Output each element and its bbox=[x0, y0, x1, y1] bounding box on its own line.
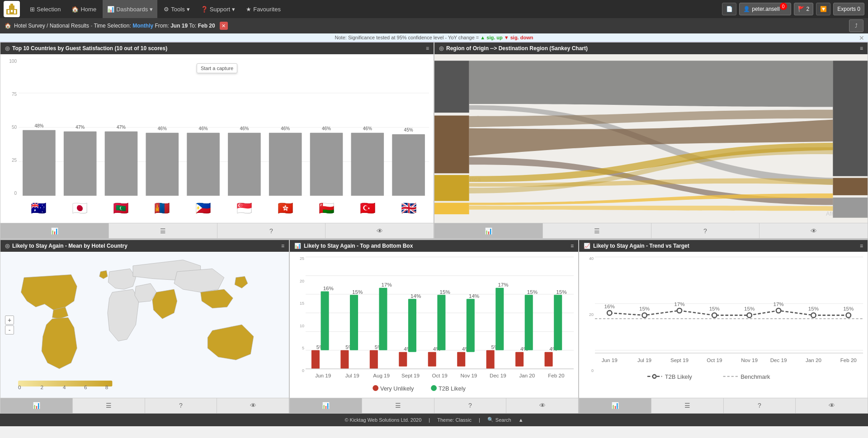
footer-eye-btn[interactable]: 👁 bbox=[326, 223, 434, 238]
tbb-footer-table-btn[interactable]: ☰ bbox=[362, 398, 434, 413]
bar-chart-svg: 48% 47% 47% 46% 46% 46% 46% bbox=[19, 59, 429, 196]
panel-trend-title: Likely to Stay Again - Trend vs Target bbox=[593, 243, 689, 249]
panel-menu-icon[interactable]: ≡ bbox=[426, 45, 429, 52]
bottom-panels-row: ◎ Likely to Stay Again - Mean by Hotel C… bbox=[0, 239, 868, 413]
panel-trend-menu[interactable]: ≡ bbox=[860, 243, 863, 249]
svg-point-116 bbox=[811, 313, 816, 318]
map-footer-chart-btn[interactable]: 📊 bbox=[0, 398, 73, 413]
map-footer-table-btn[interactable]: ☰ bbox=[73, 398, 145, 413]
panel-sankey-menu[interactable]: ≡ bbox=[860, 45, 863, 52]
footer-table-btn[interactable]: ☰ bbox=[109, 223, 217, 238]
filter-icon-btn[interactable]: 🔽 bbox=[816, 3, 830, 15]
capture-tooltip[interactable]: Start a capture bbox=[197, 63, 237, 73]
tbb-y-axis: 0 5 10 15 20 25 bbox=[292, 256, 304, 372]
breadcrumb-close-button[interactable]: ✕ bbox=[220, 22, 228, 30]
svg-point-113 bbox=[712, 313, 717, 318]
svg-text:16%: 16% bbox=[604, 303, 615, 309]
panel-tbb-header: 📊 Likely to Stay Again - Top and Bottom … bbox=[290, 240, 578, 252]
svg-text:16%: 16% bbox=[323, 285, 334, 291]
tbb-footer-eye-btn[interactable]: 👁 bbox=[506, 398, 578, 413]
nav-dashboards[interactable]: 📊 Dashboards ▾ bbox=[103, 0, 157, 18]
svg-rect-42 bbox=[833, 61, 868, 176]
sig-down-indicator: ▼ sig. down bbox=[504, 35, 533, 40]
chevron-down-icon: ▾ bbox=[232, 6, 235, 13]
nav-tools[interactable]: ⚙ Tools ▾ bbox=[159, 0, 194, 18]
map-footer-info-btn[interactable]: ? bbox=[145, 398, 217, 413]
svg-rect-74 bbox=[428, 352, 436, 367]
top-panels-row: ◎ Top 10 Countries by Guest Satisfaction… bbox=[0, 42, 868, 239]
document-icon-btn[interactable]: 📄 bbox=[722, 3, 736, 15]
footer-info-btn[interactable]: ? bbox=[217, 223, 326, 238]
user-button[interactable]: 👤 peter.ansell 0 bbox=[739, 3, 791, 15]
trend-footer-table-btn[interactable]: ☰ bbox=[651, 398, 724, 413]
svg-rect-62 bbox=[340, 350, 349, 369]
flag-mv: 🇲🇻 bbox=[101, 201, 141, 216]
sig-bar-close[interactable]: ✕ bbox=[859, 34, 864, 42]
svg-text:Jun 19: Jun 19 bbox=[602, 357, 618, 363]
svg-rect-4 bbox=[14, 10, 16, 14]
trend-footer-chart-btn[interactable]: 📊 bbox=[579, 398, 651, 413]
tbb-footer-chart-btn[interactable]: 📊 bbox=[290, 398, 362, 413]
chevron-down-icon: ▾ bbox=[187, 6, 190, 13]
panel-sankey-title: Region of Origin --> Destination Region … bbox=[446, 45, 588, 52]
chevron-up-icon[interactable]: ▲ bbox=[519, 417, 524, 423]
flag-sg: 🇸🇬 bbox=[224, 201, 264, 216]
panel-sankey: ◎ Region of Origin --> Destination Regio… bbox=[434, 42, 868, 239]
nav-favourites[interactable]: ★ Favourites bbox=[241, 0, 285, 18]
svg-text:15%: 15% bbox=[527, 289, 538, 295]
sankey-footer-table-btn[interactable]: ☰ bbox=[543, 223, 651, 238]
nav-support[interactable]: ❓ Support ▾ bbox=[196, 0, 240, 18]
svg-text:47%: 47% bbox=[75, 125, 85, 130]
panel-trend: 📈 Likely to Stay Again - Trend vs Target… bbox=[579, 240, 868, 413]
zoom-out-button[interactable]: - bbox=[5, 325, 14, 334]
map-footer-eye-btn[interactable]: 👁 bbox=[217, 398, 289, 413]
svg-text:T2B Likely: T2B Likely bbox=[665, 373, 693, 380]
panel-tbb-menu[interactable]: ≡ bbox=[571, 243, 574, 249]
panel-map-title: Likely to Stay Again - Mean by Hotel Cou… bbox=[12, 243, 127, 249]
svg-text:15%: 15% bbox=[639, 306, 650, 312]
panel-trend-footer: 📊 ☰ ? 👁 bbox=[579, 398, 868, 413]
panel-top-countries-header: ◎ Top 10 Countries by Guest Satisfaction… bbox=[0, 42, 434, 54]
footer-barchart-btn[interactable]: 📊 bbox=[0, 223, 109, 238]
svg-text:17%: 17% bbox=[773, 301, 783, 307]
sankey-footer-eye-btn[interactable]: 👁 bbox=[760, 223, 868, 238]
trend-icon: 📈 bbox=[584, 243, 590, 249]
nav-selection[interactable]: ⊞ Selection bbox=[25, 0, 65, 18]
svg-text:15%: 15% bbox=[352, 289, 363, 295]
svg-rect-58 bbox=[311, 350, 320, 369]
svg-text:15%: 15% bbox=[808, 306, 819, 312]
svg-text:46%: 46% bbox=[158, 126, 167, 131]
tbb-footer-info-btn[interactable]: ? bbox=[434, 398, 507, 413]
svg-point-114 bbox=[747, 313, 751, 318]
dashboards-icon: 📊 bbox=[107, 6, 114, 13]
svg-text:17%: 17% bbox=[498, 282, 508, 288]
exports-button[interactable]: Exports 0 bbox=[833, 3, 864, 15]
svg-text:15%: 15% bbox=[556, 289, 566, 295]
panel-top-countries-title: Top 10 Countries by Guest Satisfaction (… bbox=[12, 45, 167, 52]
svg-rect-39 bbox=[434, 116, 469, 174]
flag-button[interactable]: 🚩 2 bbox=[794, 3, 814, 15]
svg-text:2: 2 bbox=[41, 385, 44, 391]
zoom-in-button[interactable]: + bbox=[5, 316, 14, 325]
search-button[interactable]: 🔍 Search bbox=[487, 417, 511, 423]
nav-home[interactable]: 🏠 Home bbox=[67, 0, 101, 18]
panel-map-header: ◎ Likely to Stay Again - Mean by Hotel C… bbox=[0, 240, 289, 252]
svg-rect-5 bbox=[11, 10, 13, 12]
breadcrumb-bar: 🏠 Hotel Survey / National Results - Time… bbox=[5, 22, 846, 30]
trend-footer-eye-btn[interactable]: 👁 bbox=[796, 398, 868, 413]
theme-label: Theme: Classic bbox=[437, 417, 472, 423]
share-button[interactable]: ⤴ bbox=[849, 19, 863, 32]
svg-rect-3 bbox=[8, 10, 9, 14]
sankey-footer-barchart-btn[interactable]: 📊 bbox=[434, 223, 543, 238]
panel-map-menu[interactable]: ≡ bbox=[281, 243, 284, 249]
svg-text:T2B Likely: T2B Likely bbox=[439, 385, 466, 392]
sankey-footer-info-btn[interactable]: ? bbox=[651, 223, 760, 238]
trend-footer-info-btn[interactable]: ? bbox=[724, 398, 796, 413]
support-icon: ❓ bbox=[201, 6, 208, 13]
panel-top-bottom-box: 📊 Likely to Stay Again - Top and Bottom … bbox=[289, 240, 579, 413]
svg-text:Benchmark: Benchmark bbox=[741, 373, 770, 380]
svg-rect-84 bbox=[495, 288, 504, 350]
svg-rect-78 bbox=[457, 352, 465, 367]
svg-rect-15 bbox=[105, 132, 138, 196]
panel-trend-body: 0 20 40 bbox=[579, 252, 868, 397]
